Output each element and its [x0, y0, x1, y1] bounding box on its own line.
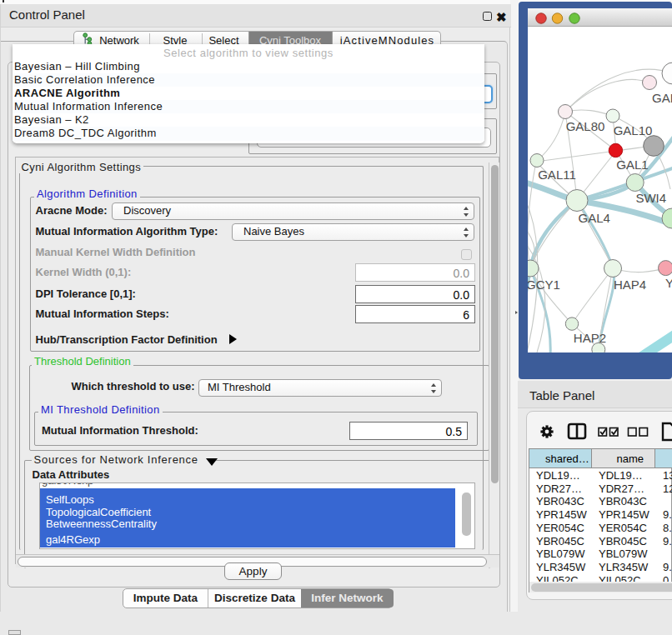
- svg-text:GAL4: GAL4: [579, 211, 610, 225]
- svg-text:GAL2: GAL2: [652, 91, 672, 105]
- svg-text:GAL1: GAL1: [616, 158, 648, 172]
- svg-text:Y: Y: [665, 276, 672, 290]
- svg-text:SWI4: SWI4: [635, 191, 666, 205]
- svg-text:HAP4: HAP4: [614, 278, 646, 292]
- svg-text:GAL10: GAL10: [614, 123, 653, 138]
- svg-text:HAP2: HAP2: [574, 331, 606, 345]
- svg-text:GCY1: GCY1: [526, 278, 560, 292]
- svg-text:GAL80: GAL80: [566, 119, 605, 133]
- svg-text:GAL11: GAL11: [538, 168, 576, 182]
